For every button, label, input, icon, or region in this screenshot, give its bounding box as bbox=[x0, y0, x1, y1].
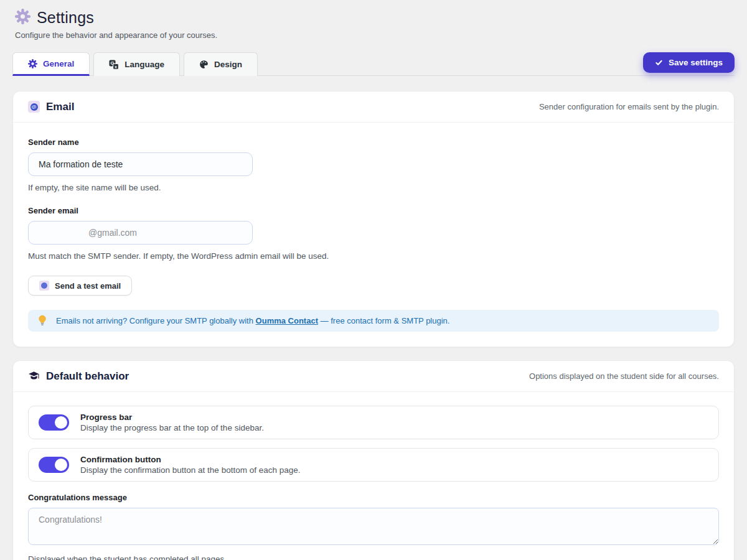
settings-gear-icon bbox=[15, 9, 31, 27]
palette-icon bbox=[199, 60, 209, 69]
page-title: Settings bbox=[37, 9, 94, 27]
behavior-card-header: Default behavior Options displayed on th… bbox=[13, 361, 734, 392]
settings-page: Settings Configure the behavior and appe… bbox=[0, 0, 747, 560]
confirmation-button-row: Confirmation button Display the confirma… bbox=[28, 448, 719, 482]
default-behavior-card: Default behavior Options displayed on th… bbox=[12, 360, 735, 560]
save-settings-button[interactable]: Save settings bbox=[643, 52, 735, 73]
behavior-section-title: Default behavior bbox=[46, 370, 129, 383]
behavior-section-hint: Options displayed on the student side fo… bbox=[529, 371, 719, 381]
lightbulb-icon bbox=[37, 315, 47, 327]
confirmation-button-description: Display the confirmation button at the b… bbox=[80, 465, 300, 475]
email-card: @ Email Sender configuration for emails … bbox=[12, 91, 735, 347]
congratulations-message-textarea[interactable] bbox=[28, 508, 719, 545]
confirmation-button-toggle[interactable] bbox=[39, 457, 69, 473]
sender-name-input[interactable] bbox=[28, 152, 253, 176]
congratulations-message-label: Congratulations message bbox=[28, 493, 719, 502]
graduation-cap-icon bbox=[28, 371, 40, 381]
svg-text:x: x bbox=[115, 64, 117, 68]
check-icon bbox=[655, 58, 663, 67]
progress-bar-row: Progress bar Display the progress bar at… bbox=[28, 406, 719, 439]
smtp-tip-text: Emails not arriving? Configure your SMTP… bbox=[56, 316, 449, 325]
page-subtitle: Configure the behavior and appearance of… bbox=[15, 30, 735, 40]
oumma-contact-link[interactable]: Oumma Contact bbox=[256, 316, 318, 325]
smtp-tip-banner: Emails not arriving? Configure your SMTP… bbox=[28, 310, 719, 332]
sender-email-input[interactable] bbox=[28, 221, 253, 245]
email-card-header: @ Email Sender configuration for emails … bbox=[13, 91, 734, 123]
tab-bar: General G x Language bbox=[12, 52, 735, 76]
tab-label: General bbox=[43, 59, 74, 68]
sender-email-label: Sender email bbox=[28, 206, 719, 215]
tab-label: Language bbox=[125, 60, 164, 69]
congratulations-message-help: Displayed when the student has completed… bbox=[28, 554, 719, 560]
send-test-email-label: Send a test email bbox=[55, 281, 121, 291]
email-icon: @ bbox=[28, 101, 40, 113]
confirmation-button-label: Confirmation button bbox=[80, 455, 300, 464]
progress-bar-description: Display the progress bar at the top of t… bbox=[80, 423, 264, 432]
tab-design[interactable]: Design bbox=[184, 52, 258, 76]
progress-bar-label: Progress bar bbox=[80, 413, 264, 422]
save-settings-label: Save settings bbox=[669, 58, 723, 67]
email-section-hint: Sender configuration for emails sent by … bbox=[539, 102, 719, 111]
test-email-icon bbox=[39, 281, 49, 291]
tab-general[interactable]: General bbox=[12, 52, 90, 76]
sender-name-label: Sender name bbox=[28, 138, 719, 147]
progress-bar-toggle[interactable] bbox=[39, 414, 69, 431]
tab-language[interactable]: G x Language bbox=[93, 52, 180, 76]
page-header: Settings Configure the behavior and appe… bbox=[12, 9, 735, 40]
translate-icon: G x bbox=[109, 60, 119, 70]
send-test-email-button[interactable]: Send a test email bbox=[28, 276, 132, 296]
sender-email-help: Must match the SMTP sender. If empty, th… bbox=[28, 251, 719, 261]
tab-label: Design bbox=[214, 60, 242, 69]
gear-icon bbox=[28, 59, 37, 68]
email-section-title: Email bbox=[46, 101, 74, 113]
sender-name-help: If empty, the site name will be used. bbox=[28, 183, 719, 192]
